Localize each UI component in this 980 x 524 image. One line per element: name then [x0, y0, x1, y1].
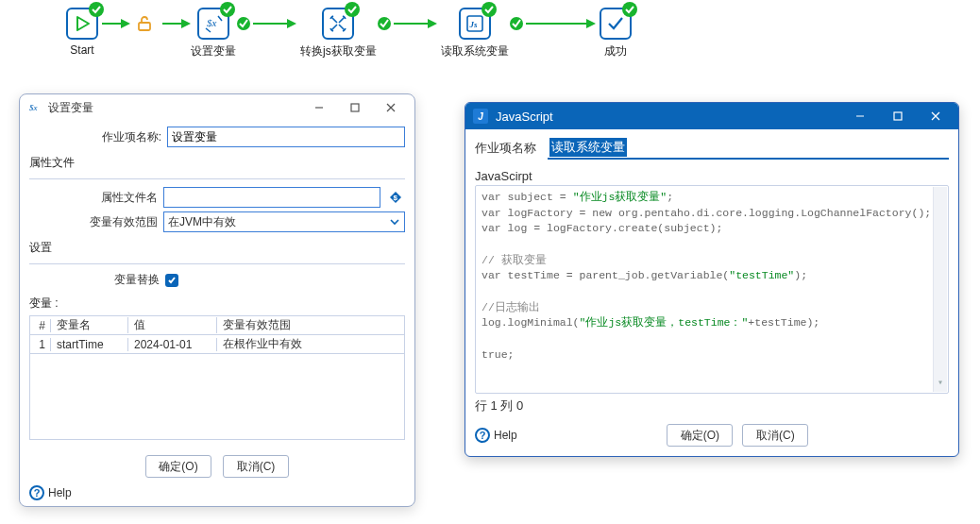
flow-label: 转换js获取变量	[300, 43, 377, 59]
minimize-button[interactable]	[841, 105, 879, 127]
variable-picker-icon[interactable]: $	[386, 188, 405, 207]
flow-arrow	[377, 8, 441, 40]
flow-arrow	[236, 8, 300, 40]
flow-label: 设置变量	[191, 43, 236, 59]
flow-node-set-var[interactable]: $x 设置变量	[191, 8, 236, 59]
variables-table[interactable]: # 变量名 值 变量有效范围 1 startTime 2024-01-01 在根…	[29, 315, 405, 440]
scope-dropdown[interactable]: 在JVM中有效	[163, 211, 405, 232]
status-success-icon	[89, 2, 104, 17]
set-variable-icon: $x	[27, 100, 42, 115]
svg-text:Js: Js	[468, 20, 478, 29]
var-replace-checkbox[interactable]	[165, 274, 178, 287]
transform-icon	[322, 8, 354, 40]
svg-rect-3	[139, 23, 150, 30]
flow-node-success[interactable]: 成功	[600, 8, 632, 59]
settings-group: 设置	[29, 240, 405, 256]
status-success-icon	[220, 2, 235, 17]
success-icon	[600, 8, 632, 40]
cell-value: 2024-01-01	[128, 338, 217, 351]
set-variable-icon: $x	[197, 8, 229, 40]
flow-label: 成功	[604, 43, 627, 59]
help-link[interactable]: ? Help	[29, 485, 72, 500]
cancel-button[interactable]: 取消(C)	[223, 455, 289, 478]
flow-node-start[interactable]: Start	[66, 8, 98, 57]
close-button[interactable]	[373, 97, 409, 118]
cursor-status: 行 1 列 0	[475, 394, 949, 418]
job-item-name-label: 作业项名称:	[29, 129, 161, 145]
job-item-name-label: 作业项名称	[475, 140, 536, 157]
workflow-canvas: Start $x 设置变量 转换js获取变量	[66, 8, 632, 81]
flow-arrow	[509, 8, 600, 40]
cell-name: startTime	[51, 338, 128, 351]
maximize-button[interactable]	[337, 97, 373, 118]
job-item-name-input[interactable]: 读取系统变量	[548, 137, 949, 160]
col-idx: #	[30, 319, 51, 332]
svg-rect-26	[894, 112, 902, 120]
chevron-down-icon: ▾	[938, 375, 943, 393]
scrollbar[interactable]: ▾	[933, 187, 947, 392]
code-section-label: JavaScirpt	[475, 169, 949, 183]
help-icon: ?	[29, 485, 44, 500]
col-scope: 变量有效范围	[217, 317, 404, 333]
svg-text:$: $	[394, 194, 398, 202]
prop-file-name-input[interactable]	[163, 187, 380, 208]
lock-icon	[136, 8, 153, 40]
svg-rect-20	[351, 104, 359, 111]
status-success-icon	[482, 2, 497, 17]
dialog-title: 设置变量	[48, 100, 93, 116]
flow-node-js-get[interactable]: 转换js获取变量	[300, 8, 377, 59]
status-success-icon	[622, 2, 637, 17]
set-variable-dialog: $x 设置变量 作业项名称: 属性文件 属性文件名 $ 变量有效范围 在JVM中…	[19, 93, 415, 507]
flow-label: Start	[70, 43, 93, 57]
close-button[interactable]	[917, 105, 955, 127]
help-icon: ?	[475, 428, 490, 443]
ok-button[interactable]: 确定(O)	[145, 455, 211, 478]
svg-marker-17	[586, 19, 596, 28]
javascript-icon: J	[473, 109, 488, 124]
col-value: 值	[128, 317, 217, 333]
variables-header: 变量 :	[29, 296, 405, 312]
status-success-icon	[345, 2, 360, 17]
start-icon	[66, 8, 98, 40]
col-name: 变量名	[51, 317, 128, 333]
cell-scope: 在根作业中有效	[217, 336, 404, 352]
scope-value: 在JVM中有效	[168, 214, 236, 230]
svg-marker-12	[428, 19, 437, 28]
property-file-group: 属性文件	[29, 155, 405, 171]
var-replace-label: 变量替换	[114, 272, 160, 288]
cancel-button[interactable]: 取消(C)	[742, 424, 808, 447]
svg-marker-5	[181, 19, 191, 28]
svg-marker-2	[121, 19, 130, 28]
flow-node-read-sys[interactable]: Js 读取系统变量	[441, 8, 509, 59]
svg-text:$x: $x	[207, 17, 217, 28]
ok-button[interactable]: 确定(O)	[667, 424, 733, 447]
svg-marker-0	[77, 17, 89, 30]
chevron-down-icon	[387, 214, 402, 229]
maximize-button[interactable]	[879, 105, 917, 127]
help-link[interactable]: ? Help	[475, 428, 517, 443]
minimize-button[interactable]	[301, 97, 337, 118]
selected-text: 读取系统变量	[549, 138, 627, 157]
job-item-name-input[interactable]	[167, 127, 405, 147]
prop-file-name-label: 属性文件名	[86, 190, 158, 206]
title-bar[interactable]: J JavaScript	[465, 103, 958, 129]
dialog-title: JavaScript	[496, 110, 553, 124]
flow-arrow	[159, 8, 191, 40]
code-editor[interactable]: var subject = "作业js获取变量"; var logFactory…	[475, 185, 949, 394]
javascript-dialog: J JavaScript 作业项名称 读取系统变量 JavaScirpt var…	[465, 102, 959, 457]
svg-text:$x: $x	[29, 103, 38, 112]
table-row[interactable]: 1 startTime 2024-01-01 在根作业中有效	[30, 335, 404, 354]
scope-label: 变量有效范围	[86, 214, 158, 230]
javascript-icon: Js	[459, 8, 491, 40]
title-bar[interactable]: $x 设置变量	[20, 94, 414, 121]
svg-marker-9	[287, 19, 296, 28]
cell-idx: 1	[30, 338, 51, 351]
flow-label: 读取系统变量	[441, 43, 509, 59]
